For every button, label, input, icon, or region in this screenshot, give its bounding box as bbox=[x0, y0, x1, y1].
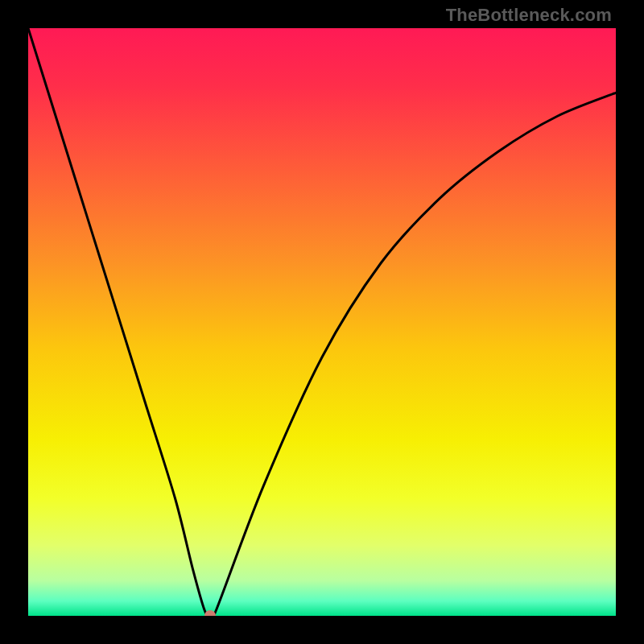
plot-area bbox=[28, 28, 616, 616]
watermark-text: TheBottleneck.com bbox=[446, 5, 612, 26]
curve-layer bbox=[28, 28, 616, 616]
chart-frame: TheBottleneck.com bbox=[0, 0, 644, 644]
optimal-point-marker bbox=[204, 610, 216, 616]
bottleneck-curve bbox=[28, 28, 616, 616]
